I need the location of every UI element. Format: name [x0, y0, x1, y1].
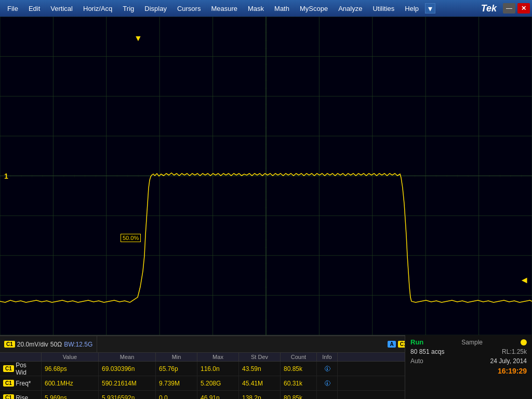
ch1-label: 1: [4, 172, 8, 180]
row2-max: 5.208G: [197, 376, 239, 390]
row2-value: 600.1MHz: [42, 376, 99, 390]
row2-count: 60.31k: [281, 376, 317, 390]
row3-value: 5.969ns: [42, 391, 99, 399]
col-header-info: Info: [317, 353, 338, 361]
ch1-status-section: C1 20.0mV/div 50Ω BW:12.5G: [0, 336, 97, 352]
row2-name: Freq*: [16, 380, 31, 387]
sample-indicator: [521, 339, 527, 345]
acqs-row: 80 851 acqs RL:1.25k: [410, 348, 527, 355]
minimize-button[interactable]: —: [503, 3, 515, 14]
row3-count: 80.85k: [281, 391, 317, 399]
tek-logo: Tek: [481, 3, 497, 14]
status-bar: C1 20.0mV/div 50Ω BW:12.5G A C1 / 14.8mV…: [0, 335, 532, 399]
ch1-badge: C1: [4, 341, 15, 348]
close-button[interactable]: ✕: [517, 3, 530, 14]
menu-math[interactable]: Math: [269, 0, 295, 17]
col-header-min: Min: [156, 353, 197, 361]
menu-analyze[interactable]: Analyze: [333, 0, 367, 17]
ch1-bw: BW:12.5G: [64, 341, 92, 348]
rl-label: RL:1.25k: [502, 348, 527, 355]
acq-badge: A: [388, 341, 395, 348]
col-header-name: [0, 353, 42, 361]
menu-help[interactable]: Help: [400, 0, 424, 17]
row1-mean: 69.030396n: [99, 362, 156, 376]
ch1-vdiv: 20.0mV/div: [17, 341, 48, 348]
row1-badge: C1: [3, 365, 14, 372]
row3-min: 0.0: [156, 391, 197, 399]
col-header-max: Max: [197, 353, 239, 361]
row1-max: 116.0n: [197, 362, 239, 376]
sample-label: Sample: [461, 339, 483, 346]
col-header-stdev: St Dev: [239, 353, 281, 361]
menu-myscope[interactable]: MyScope: [295, 0, 333, 17]
menu-vertical[interactable]: Vertical: [45, 0, 78, 17]
row3-max: 46.91n: [197, 391, 239, 399]
auto-date-row: Auto 24 July, 2014: [410, 357, 527, 365]
row2-min: 9.739M: [156, 376, 197, 390]
menu-display[interactable]: Display: [139, 0, 172, 17]
run-sample-row: Run Sample: [410, 338, 527, 346]
date-value: 24 July, 2014: [490, 357, 527, 365]
menu-mask[interactable]: Mask: [243, 0, 269, 17]
row1-info-button[interactable]: 🛈: [317, 362, 338, 376]
trigger-arrow: ▼: [134, 34, 142, 43]
run-label: Run: [410, 338, 423, 346]
fifty-pct-marker: 50.0%: [121, 234, 141, 242]
row3-mean: 5.9316592n: [99, 391, 156, 399]
row1-stdev: 43.59n: [239, 362, 281, 376]
row1-count: 80.85k: [281, 362, 317, 376]
menu-trig[interactable]: Trig: [117, 0, 139, 17]
menu-horizacq[interactable]: Horiz/Acq: [78, 0, 117, 17]
row1-value: 96.68ps: [42, 362, 99, 376]
menu-bar: File Edit Vertical Horiz/Acq Trig Displa…: [2, 0, 435, 17]
row1-name: Pos Wid: [16, 362, 38, 376]
title-right: Tek — ✕: [481, 3, 530, 14]
row2-badge: C1: [3, 380, 14, 387]
right-panel: Run Sample 80 851 acqs RL:1.25k Auto 24 …: [405, 335, 532, 399]
col-header-mean: Mean: [99, 353, 156, 361]
waveform-display: [0, 17, 532, 335]
row1-name-cell: C1 Pos Wid: [0, 362, 42, 376]
titlebar: File Edit Vertical Horiz/Acq Trig Displa…: [0, 0, 532, 17]
row3-stdev: 138.2p: [239, 391, 281, 399]
right-arrow-marker: ◄: [520, 275, 529, 286]
menu-measure[interactable]: Measure: [206, 0, 243, 17]
acqs-count: 80 851 acqs: [410, 348, 444, 355]
menu-cursors[interactable]: Cursors: [172, 0, 206, 17]
row2-name-cell: C1 Freq*: [0, 376, 42, 390]
row2-mean: 590.21614M: [99, 376, 156, 390]
scope-screen: ▼ 1 50.0% ◄: [0, 17, 532, 335]
waveform-line: [0, 173, 532, 302]
row3-info-button: [317, 391, 338, 399]
col-header-count: Count: [281, 353, 317, 361]
row2-stdev: 45.41M: [239, 376, 281, 390]
menu-utilities[interactable]: Utilities: [367, 0, 400, 17]
time-row: 16:19:29: [410, 367, 527, 375]
row2-info-button[interactable]: 🛈: [317, 376, 338, 390]
menu-dropdown[interactable]: ▾: [425, 3, 435, 14]
menu-file[interactable]: File: [2, 0, 23, 17]
row3-name: Rise: [16, 394, 28, 400]
ch1-ohm: 50Ω: [50, 341, 62, 348]
row3-badge: C1: [3, 394, 14, 399]
menu-edit[interactable]: Edit: [23, 0, 45, 17]
time-value: 16:19:29: [498, 367, 527, 375]
row3-name-cell: C1 Rise: [0, 391, 42, 399]
row1-min: 65.76p: [156, 362, 197, 376]
auto-label: Auto: [410, 357, 423, 365]
col-header-value: Value: [42, 353, 99, 361]
